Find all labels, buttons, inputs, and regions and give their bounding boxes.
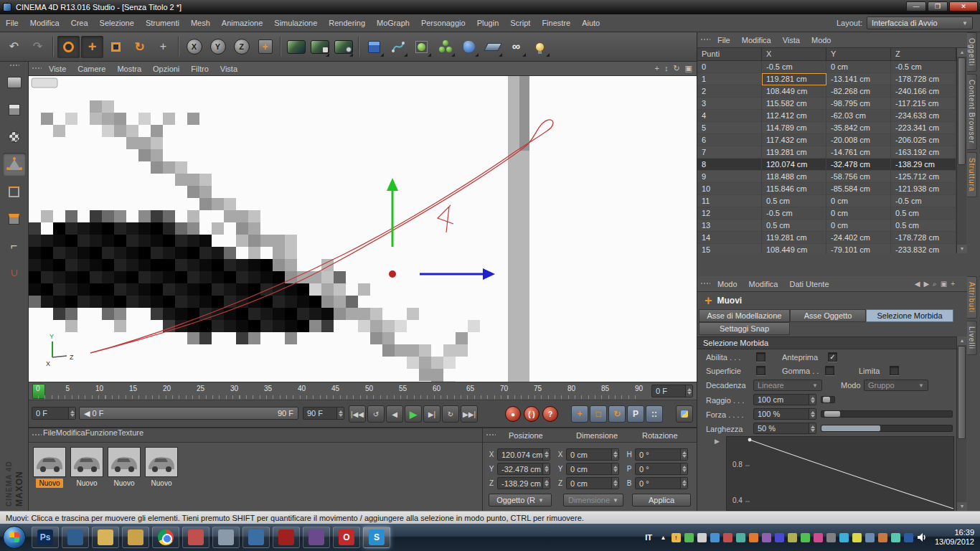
- point-y-cell[interactable]: 0 cm: [826, 207, 891, 220]
- attributes-menu-item[interactable]: Dati Utente: [784, 276, 835, 291]
- table-row[interactable]: 10 115.846 cm -85.584 cm -121.938 cm: [697, 183, 956, 195]
- pos-x-field[interactable]: 120.074 cm: [497, 448, 550, 461]
- scale-tool[interactable]: [105, 36, 127, 58]
- drag-handle-icon[interactable]: [486, 433, 496, 437]
- expand-curve-icon[interactable]: ▶: [715, 438, 720, 445]
- menu-item[interactable]: Plugin: [471, 14, 505, 32]
- point-index-cell[interactable]: 6: [697, 134, 762, 146]
- structure-menu-item[interactable]: File: [712, 32, 736, 47]
- table-row[interactable]: 3 115.582 cm -98.795 cm -117.215 cm: [697, 98, 956, 110]
- point-index-cell[interactable]: 12: [697, 207, 762, 220]
- point-index-cell[interactable]: 13: [697, 220, 762, 232]
- viewport-menu-item[interactable]: Vista: [215, 62, 243, 75]
- point-z-cell[interactable]: -240.166 cm: [891, 85, 956, 98]
- rot-h-field[interactable]: 0 °: [635, 448, 688, 461]
- point-index-cell[interactable]: 0: [697, 61, 762, 73]
- point-x-cell[interactable]: 108.449 cm: [762, 85, 826, 98]
- point-index-cell[interactable]: 14: [697, 232, 762, 244]
- table-row[interactable]: 8 120.074 cm -32.478 cm -138.29 cm: [697, 159, 956, 171]
- tray-icon[interactable]: [684, 533, 694, 542]
- material-thumbnail[interactable]: [108, 447, 141, 477]
- drag-handle-icon[interactable]: [9, 64, 19, 67]
- material-item[interactable]: Nuovo: [70, 447, 103, 488]
- point-x-cell[interactable]: 0.5 cm: [762, 195, 826, 207]
- side-tab[interactable]: Livelli: [967, 321, 977, 355]
- model-mode-button[interactable]: [3, 98, 26, 121]
- point-index-cell[interactable]: 5: [697, 122, 762, 134]
- point-y-cell[interactable]: -79.101 cm: [826, 244, 891, 253]
- record-pla-toggle[interactable]: ::: [646, 405, 663, 423]
- tray-icon[interactable]: [814, 533, 823, 542]
- drag-handle-icon[interactable]: [32, 433, 42, 437]
- record-rotation-toggle[interactable]: ↻: [608, 405, 626, 423]
- table-row[interactable]: 0 -0.5 cm 0 cm -0.5 cm: [697, 61, 956, 73]
- viewport-menu-item[interactable]: Viste: [43, 62, 72, 75]
- menu-item[interactable]: File: [0, 14, 24, 32]
- tray-icon[interactable]: [878, 533, 887, 542]
- restore-button[interactable]: ❐: [928, 1, 948, 11]
- point-index-cell[interactable]: 4: [697, 110, 762, 122]
- point-z-cell[interactable]: -138.29 cm: [891, 159, 956, 171]
- limita-checkbox[interactable]: [890, 366, 899, 375]
- tray-icon[interactable]: !: [672, 533, 681, 542]
- attribute-tab[interactable]: Asse di Modellazione: [699, 309, 790, 322]
- menu-item[interactable]: Mesh: [185, 14, 216, 32]
- menu-item[interactable]: Animazione: [216, 14, 268, 32]
- rot-b-field[interactable]: 0 °: [635, 477, 688, 489]
- menu-item[interactable]: Strumenti: [140, 14, 185, 32]
- menu-item[interactable]: Modifica: [24, 14, 65, 32]
- point-y-cell[interactable]: -62.03 cm: [826, 110, 891, 122]
- point-z-cell[interactable]: -125.712 cm: [891, 171, 956, 183]
- point-z-cell[interactable]: -0.5 cm: [891, 61, 956, 73]
- next-frame-button[interactable]: ▶|: [423, 405, 440, 423]
- layout-dropdown[interactable]: Interfaccia di Avvio▼: [867, 17, 973, 29]
- point-z-cell[interactable]: -206.025 cm: [891, 134, 956, 146]
- side-tab[interactable]: Oggetti: [967, 32, 977, 72]
- lock-icon[interactable]: ▣: [941, 280, 947, 288]
- taskbar-app-media[interactable]: [242, 527, 270, 548]
- point-index-cell[interactable]: 2: [697, 85, 762, 98]
- structure-menu-item[interactable]: Modo: [806, 32, 837, 47]
- make-editable-button[interactable]: [3, 71, 26, 94]
- col-z[interactable]: Z: [891, 48, 956, 60]
- redo-button[interactable]: ↷: [27, 36, 49, 58]
- point-x-cell[interactable]: 120.074 cm: [762, 159, 826, 171]
- render-settings-button[interactable]: [332, 36, 354, 58]
- polygon-mode-button[interactable]: [3, 207, 26, 230]
- pos-y-field[interactable]: -32.478 cm: [497, 463, 550, 475]
- materials-menu-item[interactable]: Texture: [118, 428, 143, 442]
- apply-button[interactable]: Applica: [632, 494, 691, 507]
- table-row[interactable]: 5 114.789 cm -35.842 cm -223.341 cm: [697, 122, 956, 134]
- coordinate-system-button[interactable]: +: [254, 36, 276, 58]
- table-row[interactable]: 15 108.449 cm -79.101 cm -233.832 cm: [697, 244, 956, 253]
- goto-end-button[interactable]: ▶▶|: [461, 405, 478, 423]
- stepper-icon[interactable]: [68, 408, 75, 419]
- play-reverse-button[interactable]: ↺: [367, 405, 385, 423]
- forza-slider[interactable]: [821, 410, 953, 418]
- point-index-cell[interactable]: 7: [697, 146, 762, 159]
- add-cloner-button[interactable]: [434, 36, 456, 58]
- material-thumbnail[interactable]: [33, 447, 66, 477]
- point-x-cell[interactable]: -0.5 cm: [762, 61, 826, 73]
- point-y-cell[interactable]: -58.756 cm: [826, 171, 891, 183]
- point-y-cell[interactable]: -98.795 cm: [826, 98, 891, 110]
- tray-icon[interactable]: [736, 533, 745, 542]
- viewport-menu-item[interactable]: Mostra: [111, 62, 147, 75]
- material-item[interactable]: Nuovo: [108, 447, 141, 488]
- attributes-scrollbar[interactable]: ▲ ▼: [956, 336, 966, 511]
- point-z-cell[interactable]: -178.728 cm: [891, 73, 956, 85]
- point-x-cell[interactable]: 119.281 cm: [762, 232, 826, 244]
- col-x[interactable]: X: [762, 48, 826, 60]
- menu-item[interactable]: Finestre: [536, 14, 576, 32]
- material-label[interactable]: Nuovo: [110, 479, 138, 488]
- timeline-range-slider[interactable]: ◀ 0 F 90 F: [79, 407, 298, 420]
- loop-button[interactable]: ↻: [442, 405, 459, 423]
- menu-item[interactable]: Script: [504, 14, 536, 32]
- taskbar-app-explorer[interactable]: [122, 527, 149, 548]
- rotate-tool[interactable]: ↻: [128, 36, 151, 58]
- point-z-cell[interactable]: -121.938 cm: [891, 183, 956, 195]
- point-x-cell[interactable]: 108.449 cm: [762, 244, 826, 253]
- rot-p-field[interactable]: 0 °: [635, 463, 688, 475]
- edge-mode-button[interactable]: [3, 180, 26, 203]
- language-indicator[interactable]: IT: [642, 533, 655, 542]
